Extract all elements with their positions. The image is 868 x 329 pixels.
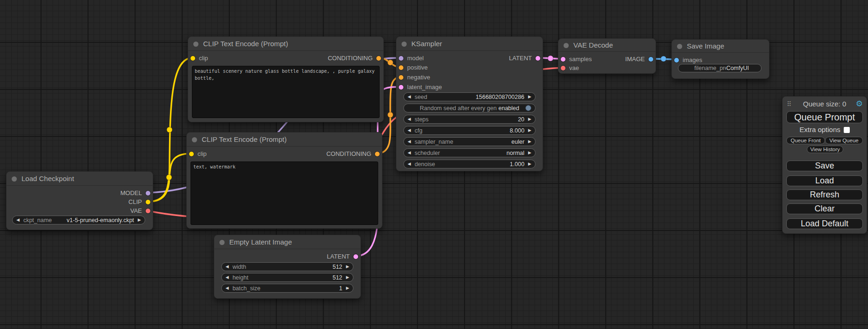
widget-right-arrow-icon[interactable]: ▶ (346, 275, 349, 280)
settings-gear-icon[interactable]: ⚙ (856, 100, 863, 108)
widget-right-arrow-icon[interactable]: ▶ (138, 218, 141, 222)
output-dot-clip[interactable] (146, 200, 150, 204)
output-slot-latent[interactable]: LATENT (509, 54, 543, 63)
output-dot-conditioning[interactable] (375, 152, 380, 156)
scheduler-widget[interactable]: ◀ scheduler normal ▶ (403, 148, 536, 157)
widget-left-arrow-icon[interactable]: ◀ (408, 151, 411, 155)
widget-right-arrow-icon[interactable]: ▶ (346, 286, 349, 290)
input-dot-images[interactable] (674, 58, 679, 63)
widget-right-arrow-icon[interactable]: ▶ (528, 117, 531, 121)
node-title-bar[interactable]: VAE Decode (558, 39, 656, 52)
input-dot-positive[interactable] (399, 65, 403, 70)
save-button[interactable]: Save (786, 161, 863, 171)
queue-panel[interactable]: ⠿ Queue size: 0 ⚙ Queue Prompt Extra opt… (782, 96, 867, 234)
input-dot-model[interactable] (399, 56, 403, 61)
output-slot-clip[interactable]: CLIP (128, 197, 153, 207)
node-graph-canvas[interactable]: Load Checkpoint MODEL CLIP VAE ◀ ckpt_na… (0, 0, 868, 329)
denoise-widget[interactable]: ◀ denoise 1.000 ▶ (403, 160, 536, 168)
input-slot-model[interactable]: model (396, 54, 423, 63)
positive-prompt-textarea[interactable]: beautiful scenery nature glass bottle la… (192, 66, 380, 118)
load-button[interactable]: Load (786, 175, 863, 186)
output-dot-image[interactable] (649, 57, 653, 62)
node-collapse-dot[interactable] (192, 137, 197, 142)
input-slot-clip[interactable]: clip (188, 54, 208, 63)
widget-left-arrow-icon[interactable]: ◀ (16, 218, 20, 222)
node-collapse-dot[interactable] (12, 176, 17, 182)
node-ksampler[interactable]: KSampler model LATENT positive negative … (396, 36, 543, 171)
output-slot-vae[interactable]: VAE (130, 206, 153, 216)
output-slot-model[interactable]: MODEL (120, 189, 153, 198)
widget-right-arrow-icon[interactable]: ▶ (528, 128, 531, 133)
cfg-widget[interactable]: ◀ cfg 8.000 ▶ (403, 126, 536, 135)
ckpt-name-widget[interactable]: ◀ ckpt_name v1-5-pruned-emaonly.ckpt ▶ (12, 216, 145, 224)
output-slot-conditioning[interactable]: CONDITIONING (328, 54, 383, 63)
input-slot-samples[interactable]: samples (558, 55, 592, 63)
output-dot-latent[interactable] (353, 254, 358, 259)
output-dot-latent[interactable] (536, 56, 540, 61)
node-clip-text-encode-negative[interactable]: CLIP Text Encode (Prompt) clip CONDITION… (186, 132, 382, 229)
queue-front-button[interactable]: Queue Front (786, 137, 825, 144)
batch-size-widget[interactable]: ◀ batch_size 1 ▶ (221, 284, 353, 293)
widget-right-arrow-icon[interactable]: ▶ (528, 95, 531, 99)
node-save-image[interactable]: Save Image images filename_prefix ComfyU… (671, 39, 769, 79)
widget-right-arrow-icon[interactable]: ▶ (528, 140, 531, 144)
input-slot-positive[interactable]: positive (396, 63, 428, 72)
output-dot-model[interactable] (146, 191, 150, 196)
widget-left-arrow-icon[interactable]: ◀ (408, 95, 411, 99)
steps-widget[interactable]: ◀ steps 20 ▶ (403, 115, 536, 124)
widget-left-arrow-icon[interactable]: ◀ (408, 162, 411, 166)
node-collapse-dot[interactable] (402, 42, 407, 47)
node-title-bar[interactable]: CLIP Text Encode (Prompt) (188, 37, 383, 51)
input-slot-clip[interactable]: clip (187, 149, 207, 159)
input-slot-images[interactable]: images (672, 56, 702, 64)
widget-right-arrow-icon[interactable]: ▶ (346, 265, 349, 269)
refresh-button[interactable]: Refresh (786, 189, 863, 200)
input-slot-vae[interactable]: vae (558, 63, 579, 72)
widget-left-arrow-icon[interactable]: ◀ (408, 128, 411, 133)
widget-left-arrow-icon[interactable]: ◀ (226, 286, 229, 290)
input-dot-negative[interactable] (399, 75, 403, 80)
node-collapse-dot[interactable] (193, 42, 198, 47)
widget-right-arrow-icon[interactable]: ▶ (528, 162, 531, 166)
load-default-button[interactable]: Load Default (786, 218, 863, 229)
widget-left-arrow-icon[interactable]: ◀ (226, 275, 229, 280)
output-slot-latent[interactable]: LATENT (327, 252, 360, 261)
view-history-button[interactable]: View History (807, 146, 843, 153)
node-load-checkpoint[interactable]: Load Checkpoint MODEL CLIP VAE ◀ ckpt_na… (6, 171, 153, 230)
node-collapse-dot[interactable] (564, 43, 569, 48)
view-queue-button[interactable]: View Queue (825, 137, 863, 144)
output-slot-conditioning[interactable]: CONDITIONING (326, 149, 382, 159)
clear-button[interactable]: Clear (786, 203, 863, 214)
input-dot-samples[interactable] (561, 57, 565, 62)
node-title-bar[interactable]: CLIP Text Encode (Prompt) (187, 133, 382, 147)
node-title-bar[interactable]: Load Checkpoint (7, 172, 153, 186)
output-dot-vae[interactable] (146, 209, 150, 213)
extra-options-checkbox[interactable] (844, 127, 850, 133)
input-dot-clip[interactable] (189, 152, 194, 156)
queue-prompt-button[interactable]: Queue Prompt (786, 111, 863, 123)
sampler-name-widget[interactable]: ◀ sampler_name euler ▶ (403, 137, 536, 146)
input-slot-latent-image[interactable]: latent_image (396, 83, 442, 92)
output-dot-conditioning[interactable] (376, 56, 381, 61)
widget-left-arrow-icon[interactable]: ◀ (408, 117, 411, 121)
random-seed-toggle-widget[interactable]: Random seed after every gen enabled (403, 104, 536, 112)
seed-widget[interactable]: ◀ seed 156680208700286 ▶ (403, 92, 536, 101)
width-widget[interactable]: ◀ width 512 ▶ (221, 262, 353, 271)
node-collapse-dot[interactable] (219, 240, 225, 245)
widget-left-arrow-icon[interactable]: ◀ (408, 140, 411, 144)
node-collapse-dot[interactable] (677, 44, 682, 49)
input-dot-vae[interactable] (561, 66, 565, 70)
node-clip-text-encode-positive[interactable]: CLIP Text Encode (Prompt) clip CONDITION… (188, 36, 384, 122)
node-empty-latent-image[interactable]: Empty Latent Image LATENT ◀ width 512 ▶ … (214, 235, 361, 299)
node-vae-decode[interactable]: VAE Decode samples IMAGE vae (558, 38, 656, 74)
node-title-bar[interactable]: Save Image (672, 40, 769, 53)
input-slot-negative[interactable]: negative (396, 73, 430, 82)
node-title-bar[interactable]: KSampler (396, 37, 543, 51)
input-dot-clip[interactable] (191, 56, 195, 61)
filename-prefix-widget[interactable]: filename_prefix ComfyUI (678, 64, 762, 72)
height-widget[interactable]: ◀ height 512 ▶ (221, 273, 353, 282)
widget-left-arrow-icon[interactable]: ◀ (226, 265, 229, 269)
negative-prompt-textarea[interactable]: text, watermark (191, 161, 378, 225)
input-dot-latent-image[interactable] (399, 85, 403, 90)
toggle-circle-icon[interactable] (525, 105, 531, 111)
